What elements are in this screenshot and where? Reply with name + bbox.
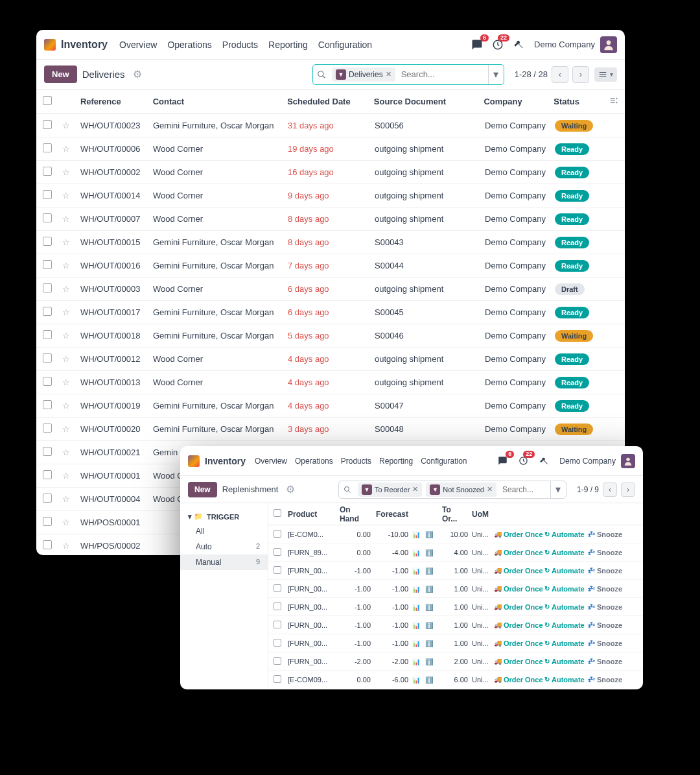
select-all-checkbox[interactable] xyxy=(43,96,52,105)
table-row[interactable]: ☆ WH/OUT/00019 Gemini Furniture, Oscar M… xyxy=(36,394,625,418)
cell-product[interactable]: [FURN_00... xyxy=(288,639,340,647)
cell-reference[interactable]: WH/OUT/00013 xyxy=(80,377,153,387)
automate-button[interactable]: ↻Automate xyxy=(544,603,587,611)
next-page[interactable]: › xyxy=(572,66,589,83)
info-icon[interactable]: ℹ️ xyxy=(425,549,442,556)
chart-icon[interactable]: 📊 xyxy=(412,585,425,593)
automate-button[interactable]: ↻Automate xyxy=(544,567,587,575)
cell-product[interactable]: [FURN_00... xyxy=(288,603,340,611)
row-checkbox[interactable] xyxy=(274,621,281,628)
table-row[interactable]: ☆ WH/OUT/00017 Gemini Furniture, Oscar M… xyxy=(36,301,625,324)
snooze-button[interactable]: 💤Snooze xyxy=(587,567,624,575)
table-row[interactable]: [FURN_00... -2.00 -2.00 📊 ℹ️ 2.00 Uni...… xyxy=(268,652,643,671)
nav-configuration[interactable]: Configuration xyxy=(421,457,467,466)
cell-product[interactable]: [E-COM0... xyxy=(288,531,340,538)
snooze-button[interactable]: 💤Snooze xyxy=(587,603,624,611)
star-icon[interactable]: ☆ xyxy=(62,331,80,340)
info-icon[interactable]: ℹ️ xyxy=(425,567,442,575)
automate-button[interactable]: ↻Automate xyxy=(544,639,587,647)
table-row[interactable]: [FURN_89... 0.00 -4.00 📊 ℹ️ 4.00 Uni... … xyxy=(268,543,643,562)
star-icon[interactable]: ☆ xyxy=(62,518,80,527)
col-company[interactable]: Company xyxy=(484,97,554,106)
col-uom[interactable]: UoM xyxy=(472,510,494,519)
col-toorder[interactable]: To Or... xyxy=(442,505,472,523)
activity-icon[interactable]: 22 xyxy=(515,453,531,469)
row-checkbox[interactable] xyxy=(274,675,281,683)
automate-button[interactable]: ↻Automate xyxy=(544,621,587,629)
star-icon[interactable]: ☆ xyxy=(62,144,80,154)
automate-button[interactable]: ↻Automate xyxy=(544,585,587,593)
table-row[interactable]: ☆ WH/OUT/00006 Wood Corner 19 days ago o… xyxy=(36,137,625,161)
cell-product[interactable]: [FURN_00... xyxy=(288,585,340,593)
remove-chip-icon[interactable]: ✕ xyxy=(412,485,418,494)
prev-page[interactable]: ‹ xyxy=(552,66,568,83)
cell-reference[interactable]: WH/OUT/00006 xyxy=(80,144,153,154)
cell-reference[interactable]: WH/OUT/00019 xyxy=(80,401,153,411)
avatar[interactable] xyxy=(600,36,617,53)
nav-operations[interactable]: Operations xyxy=(167,40,211,50)
row-checkbox[interactable] xyxy=(43,517,52,526)
table-row[interactable]: ☆ WH/OUT/00016 Gemini Furniture, Oscar M… xyxy=(36,254,625,278)
chart-icon[interactable]: 📊 xyxy=(412,549,425,556)
info-icon[interactable]: ℹ️ xyxy=(425,585,442,593)
table-row[interactable]: [FURN_00... -1.00 -1.00 📊 ℹ️ 1.00 Uni...… xyxy=(268,580,643,598)
row-checkbox[interactable] xyxy=(43,120,52,129)
row-checkbox[interactable] xyxy=(43,237,52,246)
row-checkbox[interactable] xyxy=(43,283,52,292)
sidebar-item[interactable]: Manual 9 xyxy=(180,554,268,570)
automate-button[interactable]: ↻Automate xyxy=(544,531,587,538)
cell-reference[interactable]: WH/OUT/00018 xyxy=(80,331,153,340)
search-input[interactable] xyxy=(498,485,550,494)
star-icon[interactable]: ☆ xyxy=(62,377,80,387)
adjust-columns-icon[interactable] xyxy=(605,96,618,107)
snooze-button[interactable]: 💤Snooze xyxy=(587,639,624,647)
remove-chip-icon[interactable]: ✕ xyxy=(386,70,391,78)
nav-operations[interactable]: Operations xyxy=(295,457,333,466)
messages-icon[interactable]: 6 xyxy=(495,453,510,469)
activity-icon[interactable]: 22 xyxy=(490,37,506,53)
company-name[interactable]: Demo Company xyxy=(534,40,595,49)
nav-overview[interactable]: Overview xyxy=(119,40,157,50)
table-row[interactable]: ☆ WH/OUT/00003 Wood Corner 6 days ago ou… xyxy=(36,278,625,301)
table-row[interactable]: ☆ WH/OUT/00018 Gemini Furniture, Oscar M… xyxy=(36,324,625,348)
table-row[interactable]: [FURN_00... -1.00 -1.00 📊 ℹ️ 1.00 Uni...… xyxy=(268,634,643,652)
filter-chip-reorder[interactable]: ▼ To Reorder ✕ xyxy=(358,483,422,497)
col-source[interactable]: Source Document xyxy=(374,97,484,106)
nav-configuration[interactable]: Configuration xyxy=(318,40,372,50)
cell-product[interactable]: [FURN_89... xyxy=(288,549,340,556)
col-reference[interactable]: Reference xyxy=(80,97,153,106)
table-row[interactable]: [FURN_00... -1.00 -1.00 📊 ℹ️ 1.00 Uni...… xyxy=(268,616,643,634)
row-checkbox[interactable] xyxy=(43,213,52,222)
star-icon[interactable]: ☆ xyxy=(62,424,80,434)
cell-product[interactable]: [E-COM09... xyxy=(288,676,340,684)
filter-chip[interactable]: ▼ Deliveries ✕ xyxy=(332,67,395,82)
star-icon[interactable]: ☆ xyxy=(62,284,80,294)
order-once-button[interactable]: 🚚Order Once xyxy=(494,603,544,611)
cell-reference[interactable]: WH/POS/00002 xyxy=(80,541,153,551)
view-switcher[interactable]: ▾ xyxy=(594,67,617,82)
company-name[interactable]: Demo Company xyxy=(559,457,616,466)
nav-products[interactable]: Products xyxy=(222,40,258,50)
row-checkbox[interactable] xyxy=(274,584,281,592)
row-checkbox[interactable] xyxy=(43,353,52,363)
tools-icon[interactable] xyxy=(536,453,552,469)
order-once-button[interactable]: 🚚Order Once xyxy=(494,549,544,556)
row-checkbox[interactable] xyxy=(43,190,52,199)
star-icon[interactable]: ☆ xyxy=(62,191,80,200)
remove-chip-icon[interactable]: ✕ xyxy=(487,485,493,494)
table-row[interactable]: ☆ WH/OUT/00012 Wood Corner 4 days ago ou… xyxy=(36,348,625,371)
star-icon[interactable]: ☆ xyxy=(62,307,80,317)
row-checkbox[interactable] xyxy=(43,167,52,176)
cell-reference[interactable]: WH/OUT/00020 xyxy=(80,424,153,434)
nav-overview[interactable]: Overview xyxy=(255,457,287,466)
row-checkbox[interactable] xyxy=(274,548,281,556)
search-icon[interactable] xyxy=(339,486,356,494)
chart-icon[interactable]: 📊 xyxy=(412,639,425,647)
snooze-button[interactable]: 💤Snooze xyxy=(587,549,624,556)
row-checkbox[interactable] xyxy=(274,657,281,665)
table-row[interactable]: [E-COM09... 0.00 -6.00 📊 ℹ️ 6.00 Uni... … xyxy=(268,671,643,687)
snooze-button[interactable]: 💤Snooze xyxy=(587,658,624,665)
snooze-button[interactable]: 💤Snooze xyxy=(587,531,624,538)
snooze-button[interactable]: 💤Snooze xyxy=(587,585,624,593)
col-product[interactable]: Product xyxy=(288,510,340,519)
